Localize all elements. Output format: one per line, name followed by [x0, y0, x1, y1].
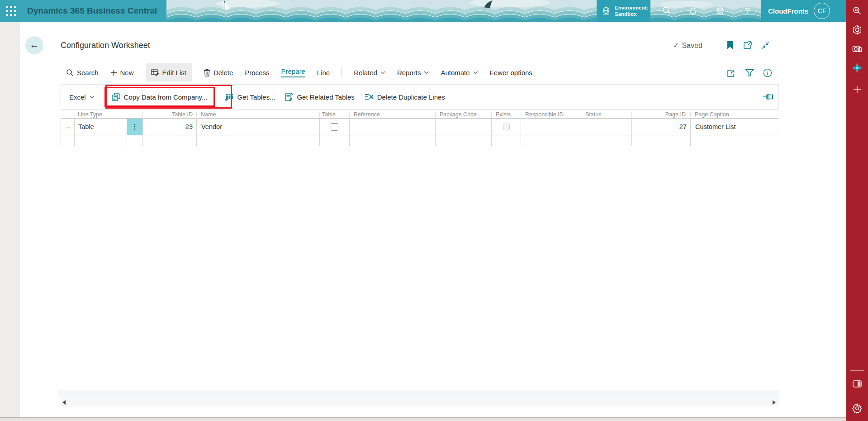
- filter-button[interactable]: [745, 68, 754, 78]
- delete-action[interactable]: Delete: [204, 63, 233, 81]
- cyan-gem-icon: [852, 62, 863, 73]
- reports-menu[interactable]: Reports: [397, 63, 429, 81]
- new-action[interactable]: New: [110, 63, 134, 81]
- copy-data-from-company-button[interactable]: Copy Data from Company...: [112, 93, 208, 101]
- fewer-options-action[interactable]: Fewer options: [490, 63, 532, 81]
- add-extension-button[interactable]: [846, 81, 868, 99]
- line-type-cell[interactable]: Table: [75, 119, 127, 135]
- table-id-cell[interactable]: 23: [143, 119, 197, 135]
- side-panel-toggle-button[interactable]: [846, 375, 868, 393]
- environment-label: Environment:: [615, 5, 648, 11]
- row-indicator-arrow: →: [64, 123, 71, 131]
- column-header-reference[interactable]: Reference: [354, 110, 432, 119]
- grid-bottom-band: [58, 390, 779, 397]
- column-header-name[interactable]: Name: [201, 110, 316, 119]
- status-cell[interactable]: [581, 119, 632, 135]
- search-action[interactable]: Search: [66, 63, 99, 81]
- get-tables-label: Get Tables...: [237, 93, 275, 101]
- reports-label: Reports: [397, 69, 421, 77]
- delete-duplicate-lines-button[interactable]: Delete Duplicate Lines: [365, 93, 445, 101]
- line-menu[interactable]: Line: [317, 63, 330, 81]
- process-menu[interactable]: Process: [245, 63, 269, 81]
- page-caption-cell[interactable]: Customer List: [691, 119, 779, 135]
- environment-name: Sandbox: [615, 11, 648, 17]
- info-icon: [763, 68, 772, 77]
- edit-list-action[interactable]: Edit List: [146, 63, 192, 81]
- line-label: Line: [317, 69, 330, 77]
- pin-toolbar-button[interactable]: [762, 91, 775, 103]
- column-header-page-caption[interactable]: Page Caption: [695, 110, 776, 119]
- help-button[interactable]: ?: [737, 0, 757, 22]
- chevron-down-icon: [90, 96, 95, 99]
- hexagon-tool-button[interactable]: [846, 21, 868, 39]
- prepare-label: Prepare: [281, 67, 305, 77]
- header-separator: [581, 112, 581, 117]
- scrollbar-right-arrow[interactable]: [773, 400, 776, 405]
- bookmark-icon: [727, 41, 733, 49]
- table-empty-row[interactable]: [61, 135, 779, 146]
- edit-list-action-label: Edit List: [162, 69, 186, 77]
- column-header-exists[interactable]: Exists: [496, 110, 518, 119]
- share-button[interactable]: [726, 68, 736, 78]
- collapse-arrows-icon: [761, 41, 769, 49]
- fewer-options-label: Fewer options: [490, 69, 532, 77]
- open-in-new-window-button[interactable]: [742, 40, 753, 51]
- get-related-tables-button[interactable]: Get Related Tables: [285, 93, 354, 101]
- page-info-button[interactable]: [763, 68, 773, 78]
- plus-icon: [853, 86, 861, 94]
- lines-delete-icon: [365, 93, 374, 100]
- package-code-cell[interactable]: [436, 119, 492, 135]
- column-header-page-id[interactable]: Page ID: [631, 110, 686, 119]
- business-central-window: Dynamics 365 Business Central Environmen…: [0, 0, 868, 421]
- table-import-icon: [225, 93, 233, 101]
- app-launcher-button[interactable]: [0, 0, 22, 22]
- row-menu-cell[interactable]: ⋮: [127, 119, 143, 135]
- related-menu[interactable]: Related: [354, 63, 385, 81]
- responsible-id-cell[interactable]: [521, 119, 581, 135]
- settings-button[interactable]: [710, 0, 730, 22]
- page-caption-value: Customer List: [695, 123, 735, 130]
- header-separator: [690, 112, 691, 117]
- column-header-table[interactable]: Table: [322, 110, 347, 119]
- table-checkbox[interactable]: [331, 123, 338, 131]
- back-arrow-icon: ←: [30, 39, 39, 50]
- name-value: Vendor: [201, 123, 222, 130]
- screen-capture-button[interactable]: [846, 40, 868, 58]
- column-header-package-code[interactable]: Package Code: [440, 110, 489, 119]
- header-separator: [631, 112, 632, 117]
- chevron-down-icon: [380, 71, 385, 74]
- browser-extension-rail: [846, 0, 868, 421]
- app-title: Dynamics 365 Business Central: [27, 0, 157, 22]
- top-bar: Dynamics 365 Business Central Environmen…: [0, 0, 868, 22]
- automate-menu[interactable]: Automate: [441, 63, 478, 81]
- column-header-responsible-id[interactable]: Responsible ID: [525, 110, 579, 119]
- get-tables-button[interactable]: Get Tables...: [225, 93, 275, 101]
- topbar-search-button[interactable]: [657, 0, 677, 22]
- column-header-line-type[interactable]: Line Type: [78, 110, 141, 119]
- prepare-menu[interactable]: Prepare: [281, 63, 305, 81]
- column-header-table-id[interactable]: Table ID: [142, 110, 193, 119]
- excel-menu[interactable]: Excel: [69, 93, 95, 101]
- table-checkbox-cell: [320, 119, 350, 135]
- page-id-cell[interactable]: 27: [632, 119, 691, 135]
- name-cell[interactable]: Vendor: [197, 119, 320, 135]
- notifications-button[interactable]: [683, 0, 703, 22]
- document-edit-icon: [285, 93, 293, 101]
- inspect-zoom-button[interactable]: [846, 2, 868, 20]
- collapse-page-button[interactable]: [760, 40, 771, 51]
- scrollbar-left-arrow[interactable]: [62, 400, 66, 405]
- bookmark-button[interactable]: [725, 40, 735, 51]
- horizontal-scrollbar[interactable]: [61, 397, 779, 407]
- column-header-status[interactable]: Status: [585, 110, 629, 119]
- line-type-value: Table: [78, 123, 94, 130]
- account-name: CloudFronts: [768, 7, 808, 15]
- back-button[interactable]: ←: [25, 36, 43, 54]
- account-menu[interactable]: CloudFronts CF: [761, 0, 846, 22]
- save-status-label: Saved: [682, 42, 702, 50]
- gear-icon: [852, 403, 863, 414]
- gem-extension-button[interactable]: [846, 59, 868, 77]
- plus-icon: [110, 69, 117, 76]
- reference-cell[interactable]: [350, 119, 436, 135]
- environment-badge: Environment: Sandbox: [597, 0, 650, 22]
- rail-settings-button[interactable]: [846, 399, 868, 417]
